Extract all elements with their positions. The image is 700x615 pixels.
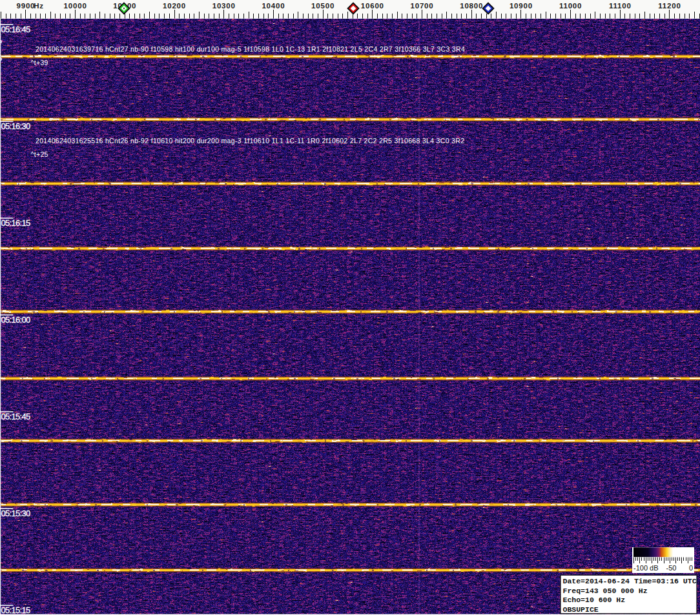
svg-text:05:15:15: 05:15:15: [1, 605, 30, 615]
svg-text:OBSUPICE: OBSUPICE: [563, 605, 599, 614]
svg-text:20140624031625516 hCnt26 nb-92: 20140624031625516 hCnt26 nb-92 f10610 hi…: [36, 137, 464, 145]
svg-text:10900: 10900: [510, 2, 533, 10]
svg-text:10500: 10500: [311, 2, 335, 10]
svg-text:Echo=10 600 Hz: Echo=10 600 Hz: [563, 596, 626, 604]
svg-text:10400: 10400: [262, 2, 285, 10]
svg-text:-100 dB: -100 dB: [633, 564, 659, 572]
svg-text:10300: 10300: [212, 2, 236, 10]
svg-text:10000: 10000: [64, 2, 87, 10]
svg-text:Hz: Hz: [34, 2, 44, 10]
svg-text:11000: 11000: [559, 2, 582, 10]
svg-text:Freq=143 050 000 Hz: Freq=143 050 000 Hz: [563, 587, 648, 595]
svg-text:20140624031639716 hCnt27 nb-90: 20140624031639716 hCnt27 nb-90 f10598 hi…: [36, 45, 465, 53]
svg-text:05:15:30: 05:15:30: [1, 509, 30, 518]
svg-text:10800: 10800: [460, 2, 483, 10]
svg-text:11100: 11100: [609, 2, 632, 10]
svg-text:^t+39: ^t+39: [31, 59, 48, 66]
svg-text:^t+25: ^t+25: [31, 150, 48, 158]
svg-text:10200: 10200: [163, 2, 186, 10]
svg-text:05:15:45: 05:15:45: [1, 412, 30, 421]
svg-text:-50: -50: [666, 564, 677, 572]
svg-text:Date=2014-06-24 Time=03:16 UTC: Date=2014-06-24 Time=03:16 UTC: [563, 577, 697, 585]
svg-text:0: 0: [689, 564, 693, 572]
svg-text:11200: 11200: [658, 2, 681, 10]
svg-text:05:16:30: 05:16:30: [1, 121, 30, 131]
svg-text:9900: 9900: [17, 2, 36, 10]
svg-text:05:16:00: 05:16:00: [1, 315, 30, 325]
svg-text:10600: 10600: [361, 2, 384, 10]
svg-text:10700: 10700: [411, 2, 434, 10]
svg-text:05:16:45: 05:16:45: [1, 25, 30, 34]
svg-text:05:16:15: 05:16:15: [1, 218, 30, 228]
